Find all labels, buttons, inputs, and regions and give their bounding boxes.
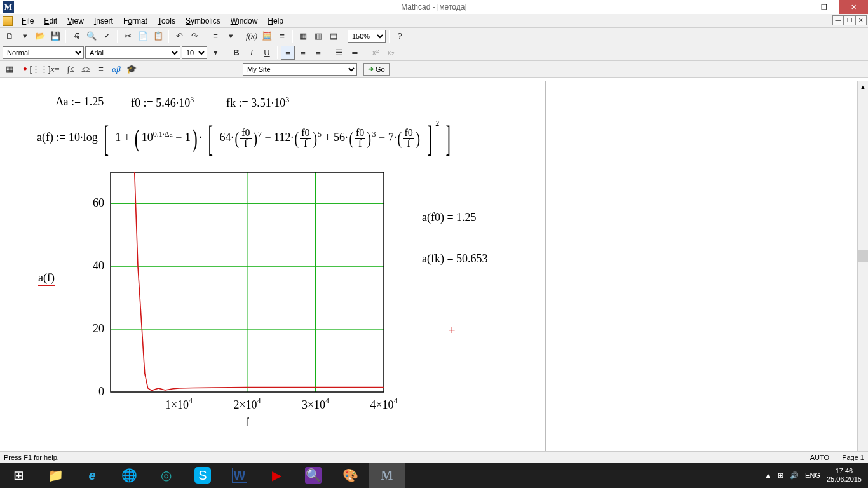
style-select[interactable]: Normal: [3, 46, 84, 59]
document-icon: [3, 16, 13, 26]
vertical-scrollbar[interactable]: ▲ ▼: [857, 81, 868, 462]
copy-button[interactable]: 📄: [136, 29, 150, 43]
calculus-toolbar-button[interactable]: ∫≤: [64, 62, 78, 76]
new-button[interactable]: 🗋: [3, 29, 17, 43]
definition-function-a[interactable]: a(f) := 10·log [ 1 + (100.1·Δa − 1)· [ 6…: [37, 119, 454, 156]
tray-language[interactable]: ENG: [805, 471, 820, 479]
size-select[interactable]: 10: [182, 46, 207, 59]
symbolic-toolbar-button[interactable]: 🎓: [125, 62, 139, 76]
zoom-select[interactable]: 150%: [348, 30, 386, 43]
menu-format[interactable]: Format: [118, 15, 153, 27]
bold-button[interactable]: B: [229, 46, 243, 60]
insert-unit-button[interactable]: 🧮: [260, 29, 274, 43]
status-auto: AUTO: [810, 454, 829, 461]
tray-show-hidden-icon[interactable]: ▲: [764, 471, 771, 479]
insertion-crosshair: +: [449, 324, 456, 337]
toolbar-formatting: Normal Arial 10 ▾ B I U ≡ ≡ ≡ ☰ ≣ x² x₂: [0, 44, 868, 61]
title-bar: M Mathcad - [метода] — ❐ ✕: [0, 0, 868, 14]
tray-action-center-icon[interactable]: ⊞: [778, 471, 783, 480]
worksheet-page[interactable]: Δa := 1.25 f0 := 5.46·103 fk := 3.51·103…: [3, 84, 543, 440]
taskbar-mathcad[interactable]: M: [369, 463, 405, 488]
workspace[interactable]: Δa := 1.25 f0 := 5.46·103 fk := 3.51·103…: [0, 81, 868, 461]
matrix-toolbar-button[interactable]: [⋮⋮]: [33, 62, 47, 76]
insert-function-button[interactable]: f(x): [245, 29, 259, 43]
paste-button[interactable]: 📋: [151, 29, 165, 43]
taskbar-explorer[interactable]: 📁: [37, 463, 74, 488]
page-divider: [545, 81, 546, 461]
minimize-button[interactable]: —: [780, 0, 810, 14]
xy-plot[interactable]: a(f) 02040601×1042×1043×1044×104f: [66, 170, 409, 438]
insert-reference-button[interactable]: ▤: [327, 29, 341, 43]
spellcheck-button[interactable]: ✔: [100, 29, 114, 43]
cut-button[interactable]: ✂: [121, 29, 135, 43]
print-button[interactable]: 🖨: [69, 29, 83, 43]
open-button[interactable]: 📂: [33, 29, 47, 43]
subscript-button[interactable]: x₂: [384, 46, 398, 60]
go-button[interactable]: ➜Go: [363, 63, 390, 76]
taskbar-chrome[interactable]: 🌐: [111, 463, 147, 488]
menu-view[interactable]: View: [62, 15, 89, 27]
taskbar-app1[interactable]: ◎: [147, 463, 184, 488]
close-button[interactable]: ✕: [839, 0, 868, 14]
definition-fk[interactable]: fk := 3.51·103: [226, 95, 289, 110]
calculator-toolbar-button[interactable]: ▦: [3, 62, 17, 76]
help-button[interactable]: ?: [393, 29, 407, 43]
definition-f0[interactable]: f0 := 5.46·103: [131, 95, 194, 110]
taskbar[interactable]: ⊞ 📁 e 🌐 ◎ S W ▶ 🔍 🎨 M ▲ ⊞ 🔊 ENG 17:46 25…: [0, 463, 868, 488]
calculate-button[interactable]: =: [275, 29, 289, 43]
site-select[interactable]: My Site: [243, 63, 357, 76]
print-preview-button[interactable]: 🔍: [85, 29, 98, 43]
menu-help[interactable]: Help: [262, 15, 288, 27]
menu-file[interactable]: File: [17, 15, 39, 27]
toolbar-standard: 🗋 ▾ 📂 💾 🖨 🔍 ✔ ✂ 📄 📋 ↶ ↷ ≡ ▾ f(x) 🧮 = ▦ ▥…: [0, 28, 868, 44]
definition-delta-a[interactable]: Δa := 1.25: [56, 95, 104, 109]
greek-toolbar-button[interactable]: αβ: [109, 62, 123, 76]
italic-button[interactable]: I: [245, 46, 259, 60]
tray-clock[interactable]: 17:46 25.06.2015: [827, 467, 862, 484]
mdi-minimize-button[interactable]: —: [832, 15, 844, 25]
font-select[interactable]: Arial: [85, 46, 180, 59]
align-button[interactable]: ≡: [208, 29, 222, 43]
menu-tools[interactable]: Tools: [153, 15, 180, 27]
taskbar-app3[interactable]: 🔍: [295, 463, 332, 488]
result-a-f0[interactable]: a(f0) = 1.25: [422, 211, 477, 224]
menu-symbolics[interactable]: Symbolics: [180, 15, 226, 27]
align-right-button[interactable]: ≡: [311, 46, 325, 60]
menu-edit[interactable]: Edit: [39, 15, 62, 27]
new-dropdown-button[interactable]: ▾: [18, 29, 32, 43]
redo-button[interactable]: ↷: [187, 29, 201, 43]
tray-volume-icon[interactable]: 🔊: [790, 471, 799, 480]
undo-button[interactable]: ↶: [172, 29, 186, 43]
scroll-up-button[interactable]: ▲: [858, 81, 868, 92]
insert-component-button[interactable]: ▦: [296, 29, 310, 43]
menu-insert[interactable]: Insert: [89, 15, 118, 27]
scroll-thumb[interactable]: [858, 250, 868, 262]
result-a-fk[interactable]: a(fk) = 50.653: [422, 252, 488, 266]
scroll-track[interactable]: [858, 92, 868, 451]
menu-window[interactable]: Window: [226, 15, 263, 27]
insert-data-button[interactable]: ▥: [311, 29, 325, 43]
mdi-restore-button[interactable]: ❐: [844, 15, 855, 25]
numbering-button[interactable]: ≣: [348, 46, 362, 60]
size-dropdown-button[interactable]: ▾: [208, 46, 222, 60]
taskbar-paint[interactable]: 🎨: [332, 463, 369, 488]
mdi-close-button[interactable]: ✕: [855, 15, 867, 25]
maximize-button[interactable]: ❐: [810, 0, 839, 14]
save-button[interactable]: 💾: [48, 29, 62, 43]
underline-button[interactable]: U: [260, 46, 274, 60]
taskbar-app2[interactable]: ▶: [258, 463, 295, 488]
align-center-button[interactable]: ≡: [296, 46, 310, 60]
window-title: Mathcad - [метода]: [401, 3, 466, 11]
bullets-button[interactable]: ☰: [332, 46, 346, 60]
align-left-button[interactable]: ≡: [281, 46, 295, 60]
programming-toolbar-button[interactable]: ≡: [94, 62, 108, 76]
start-button[interactable]: ⊞: [0, 463, 37, 488]
taskbar-ie[interactable]: e: [74, 463, 111, 488]
boolean-toolbar-button[interactable]: ≤≥: [79, 62, 93, 76]
align-down-button[interactable]: ▾: [224, 29, 238, 43]
superscript-button[interactable]: x²: [369, 46, 383, 60]
evaluation-toolbar-button[interactable]: x=: [48, 62, 62, 76]
taskbar-word[interactable]: W: [221, 463, 258, 488]
taskbar-skype[interactable]: S: [184, 463, 221, 488]
system-tray[interactable]: ▲ ⊞ 🔊 ENG 17:46 25.06.2015: [758, 463, 868, 488]
